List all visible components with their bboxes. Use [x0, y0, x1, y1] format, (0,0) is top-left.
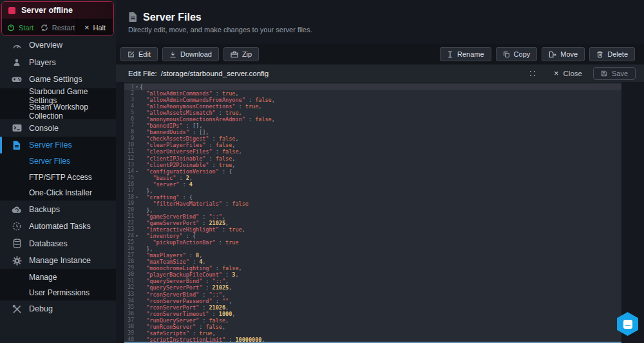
- x-icon: ×: [84, 23, 90, 32]
- code-text: },: [140, 207, 153, 213]
- move-icon: [549, 51, 556, 58]
- line-number: 10: [124, 142, 134, 148]
- line-number: 29: [124, 265, 134, 271]
- editor-line: 2 "allowAdminCommands" : true,: [124, 90, 621, 97]
- fold-gutter-spacer: [134, 330, 140, 337]
- code-text: "bannedIPs" : [],: [140, 122, 202, 129]
- code-text: "interactiveHighlight" : true,: [140, 226, 245, 233]
- code-text: "inventory" : {: [140, 233, 196, 239]
- edit-button[interactable]: Edit: [120, 47, 158, 61]
- sidebar-item-server-files[interactable]: Server Files: [0, 137, 116, 154]
- server-start-button[interactable]: Start: [2, 19, 39, 35]
- code-text: "allowAssetsMismatch" : true,: [140, 110, 242, 116]
- sidebar-subitem-starbound-game-settings[interactable]: Starbound Game Settings: [0, 88, 116, 104]
- sidebar-item-databases[interactable]: Databases: [0, 235, 116, 252]
- button-label: Halt: [93, 24, 106, 32]
- move-button[interactable]: Move: [542, 47, 585, 61]
- line-number: 23: [124, 226, 134, 233]
- expand-icon[interactable]: [529, 70, 536, 77]
- copy-button[interactable]: Copy: [496, 47, 538, 61]
- close-button[interactable]: × Close: [554, 69, 582, 77]
- sidebar-item-console[interactable]: Console: [0, 119, 116, 137]
- line-number: 25: [124, 239, 134, 246]
- line-number: 6: [124, 116, 134, 122]
- code-text: },: [140, 188, 153, 194]
- zip-button[interactable]: Zip: [223, 47, 259, 61]
- database-icon: [12, 239, 22, 249]
- fold-caret-icon[interactable]: ▾: [134, 168, 140, 175]
- rename-button[interactable]: Rename: [440, 47, 491, 61]
- sidebar-subitem-user-permissions[interactable]: User Permissions: [0, 285, 116, 300]
- line-number: 20: [124, 207, 134, 213]
- fold-caret-icon[interactable]: ▾: [134, 233, 140, 239]
- editor-line: 14▾ "configurationVersion" : {: [124, 168, 621, 175]
- line-number: 30: [124, 271, 134, 278]
- fold-gutter-spacer: [134, 311, 140, 317]
- fold-gutter-spacer: [134, 271, 140, 278]
- code-text: "runQueryServer" : false,: [140, 317, 229, 324]
- code-text: "filterHaveMaterials" : false: [140, 201, 249, 207]
- save-button[interactable]: Save: [593, 67, 636, 80]
- restart-icon: [41, 24, 48, 32]
- line-number: 2: [124, 90, 134, 97]
- sidebar-item-players[interactable]: Players: [0, 54, 116, 72]
- sidebar-item-manage-instance[interactable]: Manage Instance: [0, 252, 116, 270]
- fold-gutter-spacer: [134, 298, 140, 304]
- line-number: 15: [124, 175, 134, 181]
- sidebar-item-label: Players: [29, 58, 56, 67]
- line-number: 36: [124, 311, 134, 317]
- fold-gutter-spacer: [134, 324, 140, 330]
- sidebar-item-backups[interactable]: Backups: [0, 201, 116, 218]
- sidebar-item-debug[interactable]: Debug: [0, 300, 116, 318]
- sidebar-subitem-ftp-sftp-access[interactable]: FTP/SFTP Access: [0, 170, 116, 185]
- sidebar-subitem-steam-workshop-collection[interactable]: Steam Workshop Collection: [0, 104, 116, 119]
- editor-line: 19 "filterHaveMaterials" : false: [124, 201, 621, 207]
- editor-line: 36 "rconServerTimeout" : 1000,: [124, 311, 621, 317]
- sidebar-item-automated-tasks[interactable]: Automated Tasks: [0, 218, 116, 235]
- rename-icon: [447, 51, 453, 58]
- line-number: 26: [124, 246, 134, 252]
- fold-caret-icon[interactable]: ▾: [134, 84, 140, 90]
- code-text: "basic" : 2,: [140, 175, 193, 181]
- code-editor[interactable]: 1▾{2 "allowAdminCommands" : true,3 "allo…: [124, 83, 621, 343]
- button-label: Rename: [457, 50, 484, 58]
- schedule-icon: [12, 221, 22, 231]
- line-number: 5: [124, 110, 134, 116]
- fold-gutter-spacer: [134, 116, 140, 122]
- fold-gutter-spacer: [134, 304, 140, 311]
- line-number: 18: [124, 194, 134, 201]
- sidebar-item-game-settings[interactable]: Game Settings: [0, 71, 116, 88]
- editor-line: 5 "allowAssetsMismatch" : true,: [124, 110, 621, 116]
- terminal-icon: [12, 123, 22, 133]
- page-title: Server Files: [143, 12, 202, 23]
- fold-gutter-spacer: [134, 148, 140, 155]
- delete-button[interactable]: Delete: [589, 47, 635, 61]
- fold-gutter-spacer: [134, 97, 140, 103]
- sidebar-subitem-manage[interactable]: Manage: [0, 269, 116, 284]
- line-number: 8: [124, 129, 134, 135]
- editor-line: 28 "maxTeamSize" : 4,: [124, 259, 621, 265]
- code-text: "clearUniverseFiles" : false,: [140, 148, 242, 155]
- editor-line: 1▾{: [124, 84, 621, 90]
- sidebar-item-overview[interactable]: Overview: [0, 37, 116, 54]
- editor-line: 4 "allowAnonymousConnections" : true,: [124, 103, 621, 110]
- sidebar-submenu: Server FilesFTP/SFTP AccessOne-Click Ins…: [0, 153, 116, 201]
- save-icon: [601, 70, 607, 77]
- server-halt-button[interactable]: ×Halt: [77, 19, 113, 35]
- server-restart-button[interactable]: Restart: [39, 19, 77, 35]
- editor-line: 13 "clientP2PJoinable" : true,: [124, 162, 621, 168]
- code-text: "checkAssetsDigest" : false,: [140, 135, 239, 142]
- edit-file-bar: Edit File: /storage/starbound_server.con…: [116, 64, 644, 82]
- line-number: 13: [124, 162, 134, 168]
- code-text: "rconServerTimeout" : 1000,: [140, 311, 235, 317]
- fold-gutter-spacer: [134, 252, 140, 259]
- sidebar-item-label: Debug: [29, 304, 53, 313]
- sidebar-subitem-one-click-installer[interactable]: One-Click Installer: [0, 185, 116, 201]
- power-icon: [7, 24, 15, 32]
- download-button[interactable]: Download: [162, 47, 219, 61]
- button-label: Copy: [514, 50, 531, 58]
- fold-caret-icon[interactable]: ▾: [134, 194, 140, 201]
- players-icon: [12, 57, 22, 68]
- sidebar-subitem-server-files[interactable]: Server Files: [0, 153, 116, 169]
- fold-gutter-spacer: [134, 278, 140, 284]
